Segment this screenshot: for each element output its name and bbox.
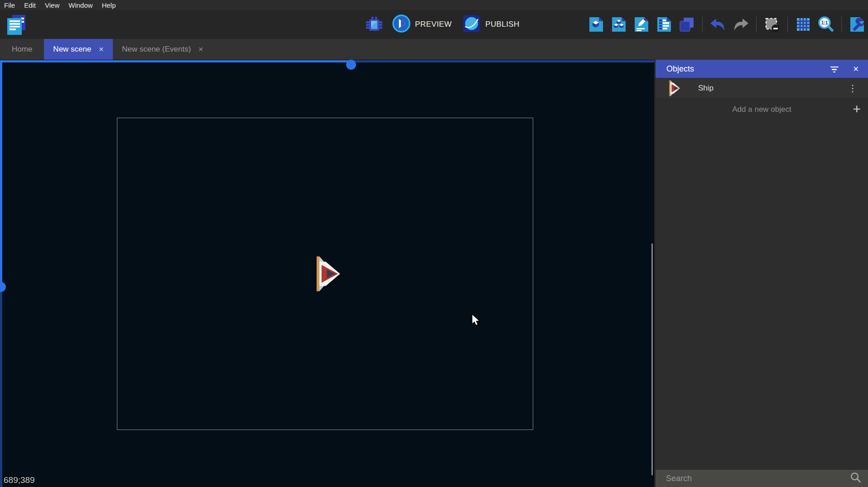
horizontal-scrollbar-track[interactable] <box>351 60 654 62</box>
tab-new-scene-events[interactable]: New scene (Events) ✕ <box>113 39 212 60</box>
cursor-coordinates: 689;389 <box>4 475 35 485</box>
open-layers-editor-icon[interactable] <box>678 15 696 33</box>
redo-icon[interactable] <box>732 15 750 33</box>
toolbar-separator <box>841 17 842 32</box>
project-manager-icon[interactable] <box>5 14 27 38</box>
objects-panel-title: Objects <box>666 64 829 74</box>
open-properties-icon[interactable] <box>632 15 651 33</box>
panel-edge-scrollbar-thumb[interactable] <box>651 244 653 475</box>
editor-tab-bar: Home New scene ✕ New scene (Events) ✕ <box>0 39 868 60</box>
object-row-ship[interactable]: Ship ⋮ <box>656 78 868 99</box>
open-objects-editor-icon[interactable] <box>587 15 605 33</box>
toolbar-separator <box>787 17 788 32</box>
search-icon[interactable] <box>850 472 862 485</box>
tab-home-label: Home <box>12 45 32 54</box>
close-panel-icon[interactable]: ✕ <box>853 65 859 73</box>
tab-new-scene-events-label: New scene (Events) <box>122 45 191 54</box>
scene-properties-icon[interactable] <box>848 15 866 33</box>
menu-view[interactable]: View <box>45 1 59 9</box>
vertical-scrollbar-track[interactable] <box>0 60 2 287</box>
main-toolbar: PREVIEW PUBLISH <box>0 10 868 39</box>
filter-icon[interactable] <box>829 65 839 72</box>
ship-thumbnail-icon <box>665 80 681 97</box>
tab-new-scene-label: New scene <box>53 45 91 54</box>
plus-icon: + <box>853 100 861 118</box>
svg-text:1:1: 1:1 <box>821 20 828 25</box>
vertical-scrollbar-track[interactable] <box>0 287 2 487</box>
toolbar-center-group: PREVIEW PUBLISH <box>365 10 530 39</box>
publish-globe-icon <box>462 14 482 35</box>
publish-button[interactable]: PUBLISH <box>462 14 520 35</box>
menu-bar: File Edit View Window Help <box>0 0 868 10</box>
toolbar-separator <box>702 17 703 32</box>
undo-icon[interactable] <box>709 15 727 33</box>
tab-home[interactable]: Home <box>0 39 44 60</box>
object-name: Ship <box>698 84 845 93</box>
preview-label: PREVIEW <box>415 20 452 29</box>
toolbar-separator <box>756 17 757 32</box>
tab-close-icon[interactable]: ✕ <box>198 46 203 53</box>
toolbar-right-group: 1:1 <box>587 10 866 39</box>
objects-search-input[interactable] <box>666 474 850 483</box>
menu-edit[interactable]: Edit <box>24 1 36 9</box>
grid-icon[interactable] <box>794 15 812 33</box>
menu-window[interactable]: Window <box>68 1 92 9</box>
render-window-mask-icon[interactable] <box>763 15 781 33</box>
ship-instance[interactable] <box>309 255 342 293</box>
tab-new-scene[interactable]: New scene ✕ <box>44 39 113 60</box>
objects-panel-header: Objects ✕ <box>656 60 868 78</box>
preview-play-icon <box>391 14 411 35</box>
publish-label: PUBLISH <box>485 20 520 29</box>
add-new-object-button[interactable]: Add a new object + <box>656 99 868 119</box>
vertical-scrollbar-thumb[interactable] <box>0 282 6 292</box>
menu-help[interactable]: Help <box>102 1 116 9</box>
add-new-object-label: Add a new object <box>732 105 791 114</box>
debug-icon[interactable] <box>365 15 383 33</box>
zoom-original-icon[interactable]: 1:1 <box>817 15 835 33</box>
tab-close-icon[interactable]: ✕ <box>98 46 104 53</box>
menu-file[interactable]: File <box>4 1 15 9</box>
object-options-kebab-icon[interactable]: ⋮ <box>845 83 860 94</box>
open-instances-list-icon[interactable] <box>655 15 673 33</box>
scene-canvas[interactable]: 689;389 <box>0 60 654 487</box>
horizontal-scrollbar-track[interactable] <box>0 60 351 62</box>
objects-panel: Objects ✕ Ship ⋮ Add a new object + <box>656 60 868 487</box>
open-object-groups-editor-icon[interactable] <box>610 15 628 33</box>
objects-search-bar <box>656 470 868 487</box>
preview-button[interactable]: PREVIEW <box>391 14 452 35</box>
mouse-cursor <box>471 314 482 328</box>
horizontal-scrollbar-thumb[interactable] <box>346 60 356 70</box>
